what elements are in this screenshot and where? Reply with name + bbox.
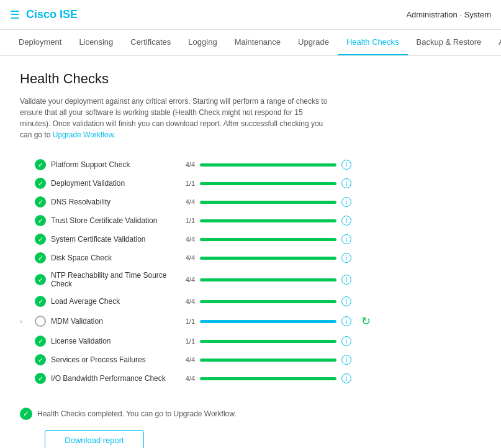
check-score-platform-support: 4/4 bbox=[180, 161, 195, 168]
health-checks-list: ✓Platform Support Check4/4i✓Deployment V… bbox=[20, 155, 481, 388]
check-label-system-cert: System Certificate Validation bbox=[51, 235, 175, 244]
info-icon-license-validation[interactable]: i bbox=[341, 336, 351, 346]
tab-upgrade[interactable]: Upgrade bbox=[289, 30, 338, 55]
check-score-io-bandwidth: 4/4 bbox=[180, 375, 195, 382]
info-icon-dns-resolvability[interactable]: i bbox=[341, 197, 351, 207]
check-label-mdm-validation: MDM Validation bbox=[51, 317, 175, 326]
refresh-icon-mdm[interactable]: ↻ bbox=[361, 314, 371, 328]
complete-check-icon: ✓ bbox=[20, 408, 32, 420]
top-header: ☰ Cisco ISE Administration · System bbox=[0, 0, 501, 30]
status-icon-license-validation: ✓ bbox=[35, 336, 46, 347]
check-score-services-failures: 4/4 bbox=[180, 356, 195, 363]
progress-area-platform-support: 4/4i bbox=[180, 160, 481, 170]
check-item-load-average: ✓Load Average Check4/4i bbox=[20, 292, 481, 311]
tab-admin-access[interactable]: Admin Access bbox=[490, 30, 501, 55]
check-item-mdm-validation: ›MDM Validation1/1i↻ bbox=[20, 311, 481, 332]
check-score-ntp-check: 4/4 bbox=[180, 276, 195, 283]
progress-bar-container-disk-space bbox=[200, 257, 336, 260]
page-title: Health Checks bbox=[20, 71, 481, 87]
info-icon-disk-space[interactable]: i bbox=[341, 253, 351, 263]
info-icon-ntp-check[interactable]: i bbox=[341, 275, 351, 285]
check-item-ntp-check: ✓NTP Reachability and Time Source Check4… bbox=[20, 267, 481, 292]
check-item-platform-support: ✓Platform Support Check4/4i bbox=[20, 155, 481, 174]
progress-area-dns-resolvability: 4/4i bbox=[180, 197, 481, 207]
progress-bar-dns-resolvability bbox=[200, 201, 336, 204]
progress-bar-io-bandwidth bbox=[200, 377, 336, 380]
upgrade-workflow-link[interactable]: Upgrade Workflow. bbox=[53, 130, 115, 139]
progress-bar-container-dns-resolvability bbox=[200, 201, 336, 204]
status-icon-platform-support: ✓ bbox=[35, 159, 46, 170]
progress-area-license-validation: 1/1i bbox=[180, 336, 481, 346]
progress-area-io-bandwidth: 4/4i bbox=[180, 373, 481, 383]
info-icon-services-failures[interactable]: i bbox=[341, 355, 351, 365]
complete-message: ✓ Health Checks completed. You can go to… bbox=[20, 408, 481, 420]
tab-logging[interactable]: Logging bbox=[179, 30, 225, 55]
progress-area-disk-space: 4/4i bbox=[180, 253, 481, 263]
progress-bar-container-deployment-validation bbox=[200, 182, 336, 185]
tab-maintenance[interactable]: Maintenance bbox=[226, 30, 289, 55]
info-icon-platform-support[interactable]: i bbox=[341, 160, 351, 170]
progress-bar-deployment-validation bbox=[200, 182, 336, 185]
progress-bar-platform-support bbox=[200, 163, 336, 167]
tab-health-checks[interactable]: Health Checks bbox=[338, 30, 408, 55]
status-icon-services-failures: ✓ bbox=[35, 354, 46, 365]
progress-bar-container-services-failures bbox=[200, 359, 336, 362]
info-icon-load-average[interactable]: i bbox=[341, 296, 351, 306]
info-icon-io-bandwidth[interactable]: i bbox=[341, 373, 351, 383]
nav-tabs: DeploymentLicensingCertificatesLoggingMa… bbox=[0, 30, 501, 56]
progress-area-trust-store-cert: 1/1i bbox=[180, 216, 481, 226]
check-item-services-failures: ✓Services or Process Failures4/4i bbox=[20, 350, 481, 369]
logo-ise: ISE bbox=[60, 8, 78, 21]
progress-area-ntp-check: 4/4i bbox=[180, 275, 481, 285]
check-score-system-cert: 4/4 bbox=[180, 235, 195, 243]
info-icon-trust-store-cert[interactable]: i bbox=[341, 216, 351, 226]
check-label-io-bandwidth: I/O Bandwidth Performance Check bbox=[51, 374, 175, 383]
info-icon-system-cert[interactable]: i bbox=[341, 234, 351, 244]
check-label-dns-resolvability: DNS Resolvability bbox=[51, 198, 175, 206]
status-icon-mdm-validation bbox=[35, 316, 46, 327]
status-icon-disk-space: ✓ bbox=[35, 252, 46, 263]
hamburger-icon[interactable]: ☰ bbox=[10, 8, 20, 22]
progress-bar-container-system-cert bbox=[200, 238, 336, 241]
progress-bar-container-load-average bbox=[200, 300, 336, 303]
status-icon-trust-store-cert: ✓ bbox=[35, 215, 46, 226]
progress-bar-services-failures bbox=[200, 359, 336, 362]
progress-bar-mdm-validation bbox=[200, 320, 336, 323]
check-score-load-average: 4/4 bbox=[180, 298, 195, 305]
status-icon-ntp-check: ✓ bbox=[35, 274, 46, 285]
progress-area-services-failures: 4/4i bbox=[180, 355, 481, 365]
progress-bar-ntp-check bbox=[200, 278, 336, 281]
progress-bar-container-platform-support bbox=[200, 163, 336, 167]
info-icon-deployment-validation[interactable]: i bbox=[341, 178, 351, 188]
progress-bar-container-trust-store-cert bbox=[200, 219, 336, 222]
progress-bar-container-mdm-validation bbox=[200, 320, 336, 323]
progress-bar-container-license-validation bbox=[200, 340, 336, 343]
check-item-license-validation: ✓License Validation1/1i bbox=[20, 332, 481, 350]
tab-deployment[interactable]: Deployment bbox=[10, 30, 70, 55]
progress-bar-container-io-bandwidth bbox=[200, 377, 336, 380]
page-description: Validate your deployment against any cri… bbox=[20, 96, 330, 140]
progress-bar-system-cert bbox=[200, 238, 336, 241]
check-item-trust-store-cert: ✓Trust Store Certificate Validation1/1i bbox=[20, 211, 481, 230]
tab-backup-restore[interactable]: Backup & Restore bbox=[408, 30, 490, 55]
check-label-platform-support: Platform Support Check bbox=[51, 160, 175, 169]
check-item-io-bandwidth: ✓I/O Bandwidth Performance Check4/4i bbox=[20, 369, 481, 388]
tab-licensing[interactable]: Licensing bbox=[70, 30, 122, 55]
download-report-button[interactable]: Download report bbox=[45, 430, 144, 448]
check-score-license-validation: 1/1 bbox=[180, 337, 195, 345]
tab-certificates[interactable]: Certificates bbox=[122, 30, 179, 55]
check-item-deployment-validation: ✓Deployment Validation1/1i bbox=[20, 174, 481, 193]
progress-bar-license-validation bbox=[200, 340, 336, 343]
status-icon-deployment-validation: ✓ bbox=[35, 178, 46, 189]
logo-cisco: Cisco bbox=[26, 8, 56, 21]
expand-icon-mdm-validation[interactable]: › bbox=[20, 318, 30, 325]
progress-area-mdm-validation: 1/1i↻ bbox=[180, 314, 481, 328]
info-icon-mdm-validation[interactable]: i bbox=[341, 316, 351, 326]
check-score-dns-resolvability: 4/4 bbox=[180, 198, 195, 206]
status-icon-system-cert: ✓ bbox=[35, 234, 46, 245]
check-label-disk-space: Disk Space Check bbox=[51, 254, 175, 262]
check-label-load-average: Load Average Check bbox=[51, 297, 175, 306]
check-label-deployment-validation: Deployment Validation bbox=[51, 179, 175, 188]
check-score-mdm-validation: 1/1 bbox=[180, 318, 195, 325]
progress-bar-disk-space bbox=[200, 257, 336, 260]
